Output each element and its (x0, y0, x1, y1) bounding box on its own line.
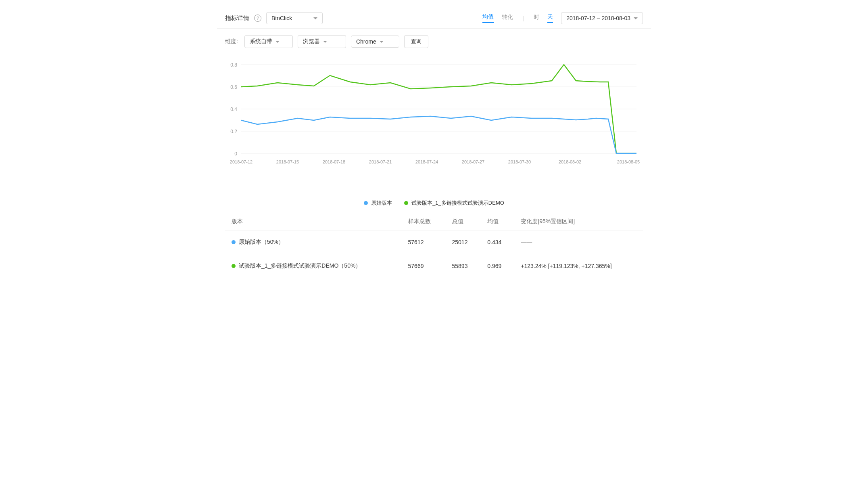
x-label-0802: 2018-08-02 (559, 159, 581, 164)
row1-change: —— (514, 230, 643, 254)
metric-dropdown[interactable]: BtnClick (266, 12, 323, 24)
row2-change: +123.24% [+119.123%, +127.365%] (514, 254, 643, 278)
row1-total: 25012 (446, 230, 481, 254)
table-row: 原始版本（50%） 57612 25012 0.434 —— (225, 230, 643, 254)
tab-avg[interactable]: 均值 (482, 13, 494, 23)
system-dropdown-chevron (275, 41, 280, 43)
x-label-0718: 2018-07-18 (323, 159, 345, 164)
row2-sample: 57669 (402, 254, 446, 278)
tab-group: 均值 转化 | 时 天 (482, 13, 553, 23)
browser-dropdown-chevron (323, 41, 327, 43)
date-range-chevron (634, 17, 638, 19)
x-label-0730: 2018-07-30 (508, 159, 531, 164)
header-left: 指标详情 ? BtnClick (225, 12, 323, 24)
browser-type-dropdown[interactable]: Chrome (351, 36, 399, 48)
metric-dropdown-value: BtnClick (271, 15, 310, 21)
x-label-0715: 2018-07-15 (276, 159, 299, 164)
col-total: 总值 (446, 213, 481, 230)
browser-dropdown-value: 浏览器 (303, 38, 320, 45)
row1-version-text: 原始版本（50%） (239, 239, 284, 246)
data-table: 版本 样本总数 总值 均值 变化度[95%置信区间] 原始版本（50%） 576… (225, 213, 643, 278)
system-dropdown-value: 系统自带 (250, 38, 272, 45)
row2-dot (232, 264, 236, 268)
header-right: 均值 转化 | 时 天 2018-07-12 – 2018-08-03 (482, 12, 643, 24)
x-label-0724: 2018-07-24 (415, 159, 438, 164)
y-label-0.8: 0.8 (230, 62, 237, 68)
x-label-0727: 2018-07-27 (462, 159, 484, 164)
header-row: 指标详情 ? BtnClick 均值 转化 | 时 天 2018-07-12 –… (217, 8, 651, 29)
page-title: 指标详情 (225, 15, 249, 22)
help-icon[interactable]: ? (254, 15, 261, 22)
table-header-row: 版本 样本总数 总值 均值 变化度[95%置信区间] (225, 213, 643, 230)
filter-row: 维度: 系统自带 浏览器 Chrome 查询 (217, 29, 651, 54)
legend-dot-experiment (404, 201, 408, 205)
row2-avg: 0.969 (481, 254, 514, 278)
legend-experiment: 试验版本_1_多链接模式试验演示DEMO (404, 199, 504, 207)
x-label-0805: 2018-08-05 (617, 159, 640, 164)
col-version: 版本 (225, 213, 402, 230)
query-button[interactable]: 查询 (404, 35, 428, 48)
tab-day[interactable]: 天 (547, 13, 553, 23)
col-sample: 样本总数 (402, 213, 446, 230)
chart-svg: 0.8 0.6 0.4 0.2 0 (225, 59, 643, 188)
system-dropdown[interactable]: 系统自带 (244, 35, 293, 48)
legend-label-experiment: 试验版本_1_多链接模式试验演示DEMO (411, 199, 504, 207)
row1-avg: 0.434 (481, 230, 514, 254)
row2-version: 试验版本_1_多链接模式试验演示DEMO（50%） (225, 254, 402, 278)
legend-label-original: 原始版本 (371, 199, 392, 207)
table-wrapper: 版本 样本总数 总值 均值 变化度[95%置信区间] 原始版本（50%） 576… (217, 213, 651, 278)
blue-line (241, 116, 636, 153)
row1-version: 原始版本（50%） (225, 230, 402, 254)
tab-conversion[interactable]: 转化 (502, 14, 513, 23)
page-container: 指标详情 ? BtnClick 均值 转化 | 时 天 2018-07-12 –… (217, 0, 651, 286)
table-row: 试验版本_1_多链接模式试验演示DEMO（50%） 57669 55893 0.… (225, 254, 643, 278)
row1-sample: 57612 (402, 230, 446, 254)
x-label-0721: 2018-07-21 (369, 159, 392, 164)
date-range-value: 2018-07-12 – 2018-08-03 (566, 15, 630, 21)
filter-label: 维度: (225, 38, 238, 45)
row2-total: 55893 (446, 254, 481, 278)
tab-hour[interactable]: 时 (534, 14, 539, 23)
browser-type-dropdown-chevron (380, 41, 384, 43)
row1-dot (232, 240, 236, 244)
y-label-0.4: 0.4 (230, 107, 237, 112)
col-change: 变化度[95%置信区间] (514, 213, 643, 230)
browser-type-dropdown-value: Chrome (356, 38, 376, 45)
y-label-0.6: 0.6 (230, 84, 237, 90)
y-label-0: 0 (234, 151, 237, 157)
x-label-0712: 2018-07-12 (230, 159, 252, 164)
legend-dot-original (364, 201, 368, 205)
legend-row: 原始版本 试验版本_1_多链接模式试验演示DEMO (217, 193, 651, 213)
metric-dropdown-chevron (313, 17, 317, 19)
y-label-0.2: 0.2 (230, 129, 237, 134)
browser-dropdown[interactable]: 浏览器 (298, 35, 346, 48)
row2-version-text: 试验版本_1_多链接模式试验演示DEMO（50%） (239, 262, 361, 270)
chart-area: 0.8 0.6 0.4 0.2 0 (217, 54, 651, 193)
date-range-picker[interactable]: 2018-07-12 – 2018-08-03 (561, 12, 643, 24)
legend-original: 原始版本 (364, 199, 392, 207)
col-avg: 均值 (481, 213, 514, 230)
